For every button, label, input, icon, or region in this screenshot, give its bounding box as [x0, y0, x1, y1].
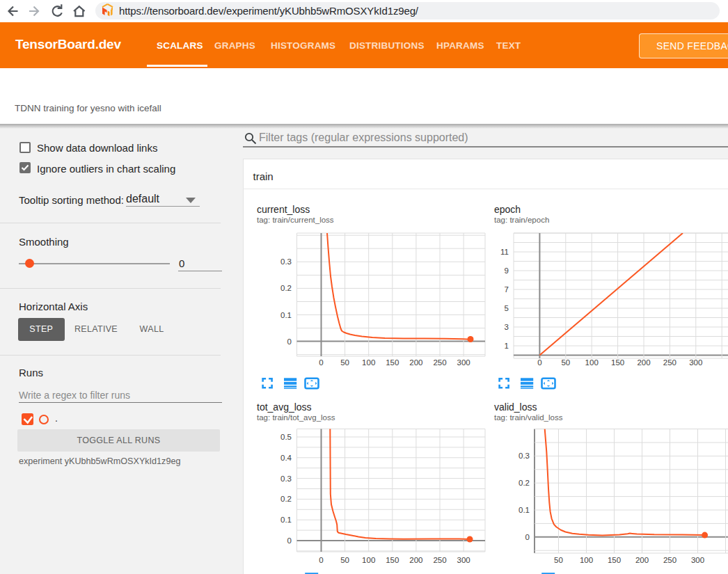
svg-text:100: 100: [585, 358, 599, 367]
svg-text:0.2: 0.2: [280, 495, 292, 503]
svg-text:1: 1: [505, 342, 509, 350]
svg-text:0: 0: [537, 358, 541, 367]
svg-text:250: 250: [663, 358, 676, 367]
svg-text:150: 150: [611, 358, 624, 367]
svg-text:300: 300: [457, 556, 470, 564]
svg-text:200: 200: [409, 358, 422, 367]
svg-text:0.1: 0.1: [280, 516, 292, 524]
svg-text:0.2: 0.2: [519, 479, 530, 487]
svg-text:0: 0: [287, 536, 292, 545]
svg-text:250: 250: [433, 358, 446, 367]
svg-text:200: 200: [409, 556, 422, 564]
svg-text:9: 9: [505, 266, 509, 275]
svg-text:50: 50: [554, 556, 563, 564]
svg-text:150: 150: [386, 358, 399, 367]
svg-text:100: 100: [362, 556, 375, 564]
svg-text:0: 0: [319, 556, 323, 564]
svg-text:0.3: 0.3: [280, 475, 292, 483]
svg-text:100: 100: [580, 556, 593, 564]
svg-text:250: 250: [433, 556, 446, 564]
svg-text:100: 100: [362, 358, 375, 367]
svg-text:50: 50: [340, 358, 349, 367]
svg-text:11: 11: [500, 248, 509, 256]
svg-text:50: 50: [340, 556, 349, 564]
svg-text:0: 0: [525, 533, 530, 541]
svg-text:300: 300: [691, 556, 704, 564]
svg-text:0.3: 0.3: [280, 257, 292, 266]
svg-text:5: 5: [505, 304, 509, 312]
svg-text:0.4: 0.4: [280, 454, 292, 462]
svg-text:0.2: 0.2: [280, 284, 292, 292]
svg-text:200: 200: [637, 358, 650, 367]
svg-text:150: 150: [386, 556, 399, 564]
svg-text:0.3: 0.3: [519, 452, 530, 460]
svg-text:3: 3: [505, 323, 509, 331]
svg-text:250: 250: [663, 556, 676, 564]
svg-text:300: 300: [689, 358, 702, 367]
svg-text:0.5: 0.5: [280, 433, 292, 441]
svg-text:0: 0: [319, 358, 323, 367]
svg-text:50: 50: [561, 358, 570, 367]
svg-text:200: 200: [635, 556, 649, 564]
svg-text:300: 300: [457, 358, 470, 367]
svg-text:0: 0: [287, 337, 292, 346]
svg-text:0.1: 0.1: [280, 311, 292, 319]
svg-text:150: 150: [608, 556, 621, 564]
svg-text:7: 7: [505, 285, 509, 294]
svg-text:0.1: 0.1: [519, 506, 530, 514]
